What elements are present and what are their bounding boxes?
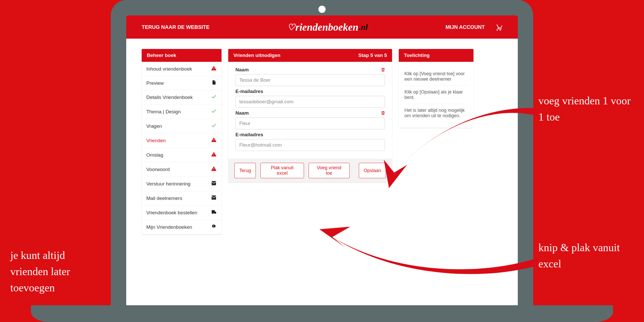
- sidebar-item-label: Details Vriendenboek: [146, 95, 193, 100]
- sidebar-item-label: Mijn Vriendenboeken: [146, 224, 192, 230]
- sidebar-item-voorwoord[interactable]: Voorwoord: [142, 162, 222, 177]
- main-header: Vrienden uitnodigen Stap 5 van 5: [228, 49, 392, 62]
- ship-icon: [211, 209, 217, 216]
- sidebar-item-omslag[interactable]: Omslag: [142, 148, 222, 162]
- sidebar-item-label: Verstuur herinnering: [146, 181, 190, 187]
- cart-icon[interactable]: [495, 23, 502, 31]
- email-label: E-mailadres: [235, 89, 385, 94]
- sidebar-item-details[interactable]: Details Vriendenboek: [142, 90, 222, 105]
- sidebar-item-label: Vriendenboek bestellen: [146, 210, 197, 216]
- sidebar-item-thema[interactable]: Thema | Design: [142, 105, 222, 119]
- sidebar-item-preview[interactable]: Preview: [142, 76, 222, 90]
- sidebar-item-mail[interactable]: Mail deelnemers: [142, 191, 222, 206]
- back-to-website-link[interactable]: TERUG NAAR DE WEBSITE: [142, 24, 209, 30]
- pdf-icon: [211, 80, 217, 86]
- my-account-link[interactable]: MIJN ACCOUNT: [445, 24, 485, 30]
- warn-icon: [211, 137, 217, 144]
- sidebar-title: Beheer boek: [142, 49, 222, 62]
- dash-icon: [211, 224, 217, 231]
- camera-dot: [318, 6, 326, 13]
- sidebar-item-label: Vragen: [146, 123, 162, 129]
- ok-icon: [211, 123, 217, 130]
- sidebar-item-label: Preview: [146, 80, 164, 86]
- brand-logo[interactable]: ♡riendenboeken.nl: [287, 21, 368, 33]
- top-bar: TERUG NAAR DE WEBSITE ♡riendenboeken.nl …: [126, 15, 518, 39]
- back-button[interactable]: Terug: [234, 163, 256, 178]
- warn-icon: [211, 65, 217, 72]
- sidebar-item-label: Inhoud vriendenboek: [146, 66, 192, 72]
- main-title: Vrienden uitnodigen: [233, 53, 281, 58]
- sidebar-item-label: Vrienden: [146, 138, 166, 143]
- paste-excel-button[interactable]: Plak vanuit excel: [260, 163, 304, 178]
- annotation-right-2: knip & plak vanuit excel: [538, 240, 636, 272]
- name-label: Naam: [235, 67, 385, 73]
- add-friend-button[interactable]: Voeg vriend toe: [309, 163, 350, 178]
- sidebar-item-bestellen[interactable]: Vriendenboek bestellen: [142, 206, 222, 220]
- sidebar-item-inhoud[interactable]: Inhoud vriendenboek: [142, 62, 222, 76]
- mail-icon: [211, 195, 217, 202]
- step-indicator: Stap 5 van 5: [358, 53, 387, 58]
- sidebar-item-vragen[interactable]: Vragen: [142, 119, 222, 133]
- ok-icon: [211, 94, 217, 101]
- sidebar-item-herinnering[interactable]: Verstuur herinnering: [142, 177, 222, 191]
- annotation-right-1: voeg vrienden 1 voor 1 toe: [538, 93, 636, 125]
- annotation-left: je kunt altijd vrienden later toevoegen: [10, 247, 100, 296]
- arrow-to-paste-icon: [304, 222, 538, 283]
- heart-icon: ♡: [287, 22, 295, 32]
- arrow-to-add-icon: [353, 100, 538, 209]
- sidebar-item-label: Omslag: [146, 152, 163, 158]
- sidebar-item-label: Mail deelnemers: [146, 196, 182, 201]
- sidebar-item-mijn[interactable]: Mijn Vriendenboeken: [142, 220, 222, 234]
- sidebar-item-label: Thema | Design: [146, 109, 181, 115]
- help-text-1: Klik op [Voeg vriend toe] voor een nieuw…: [404, 67, 468, 86]
- sidebar-panel: Beheer boek Inhoud vriendenboekPreviewDe…: [142, 49, 222, 234]
- warn-icon: [211, 151, 217, 158]
- friend-name-input[interactable]: [235, 74, 385, 86]
- help-title: Toelichting: [399, 49, 473, 62]
- delete-friend-icon[interactable]: [381, 67, 385, 73]
- sidebar-item-label: Voorwoord: [146, 167, 170, 172]
- sidebar-item-vrienden[interactable]: Vrienden: [142, 133, 222, 148]
- ok-icon: [211, 108, 217, 115]
- mail-icon: [211, 180, 217, 187]
- warn-icon: [211, 166, 217, 173]
- laptop-base: [31, 305, 613, 322]
